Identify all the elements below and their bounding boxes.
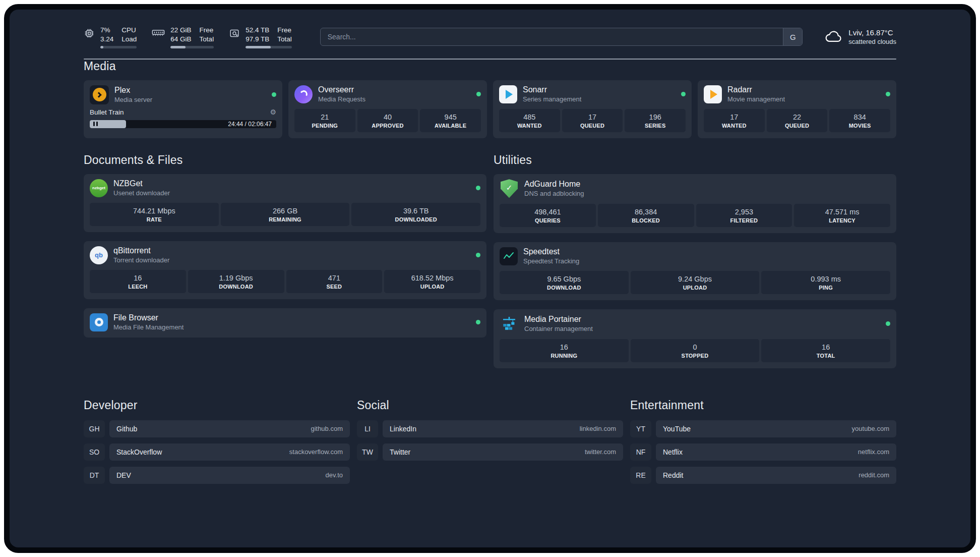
stat-download: 9.65 Gbps DOWNLOAD [500,271,629,294]
radarr-card[interactable]: Radarr Movie management 17 WANTED 22 QUE… [698,80,896,138]
nzbget-icon: nzbget [90,179,108,197]
bookmark-name: YouTube [663,425,691,433]
stat-pending: 21 PENDING [294,109,355,132]
stat-queued: 22 QUEUED [767,109,828,132]
stat-stopped: 0 STOPPED [631,339,760,362]
stat-wanted: 17 WANTED [704,109,765,132]
stat-seed: 471 SEED [286,270,383,293]
search-input[interactable] [321,33,783,41]
cpu-usage-bar [100,46,137,48]
cpu-widget: 7% 3.24 CPU Load [84,26,137,48]
ram-usage-bar [170,46,214,48]
service-name: Plex [114,86,152,95]
service-name: NZBGet [113,179,170,188]
bookmark-abbr: TW [357,443,378,461]
disk-label-top: Free [277,26,292,35]
bookmark-dev[interactable]: DT DEV dev.to [84,467,350,484]
bookmark-name: Twitter [390,448,410,456]
service-name: Radarr [727,85,785,94]
plex-card[interactable]: Plex Media server Bullet Train ⚙ 24:44 /… [84,80,282,138]
cpu-label-bottom: Load [121,35,137,44]
stat-queries: 498,461 QUERIES [500,204,596,227]
stat-leech: 16 LEECH [90,270,186,293]
bookmark-twitter[interactable]: TW Twitter twitter.com [357,443,623,461]
bookmark-github[interactable]: GH Github github.com [84,420,350,437]
status-dot [272,92,276,97]
service-subtitle: Container management [524,325,593,332]
overseerr-icon [294,85,313,103]
stat-latency: 47.571 ms LATENCY [794,204,890,227]
service-name: Overseerr [318,85,365,94]
bookmark-name: LinkedIn [390,425,416,433]
status-dot [886,321,890,326]
filebrowser-card[interactable]: File Browser Media File Management [84,308,486,338]
portainer-icon [500,314,519,333]
disk-icon [229,28,240,39]
section-title-entertainment: Entertainment [630,399,896,412]
stat-upload: 618.52 Mbps UPLOAD [384,270,480,293]
ram-free-value: 22 GiB [170,26,191,35]
weather-condition: scattered clouds [848,38,896,45]
stat-series: 196 SERIES [625,109,686,132]
search-provider-button[interactable]: G [783,28,802,45]
cloud-icon [824,30,843,44]
stat-rate: 744.21 Mbps RATE [90,203,219,226]
cpu-label-top: CPU [121,26,137,35]
section-title-social: Social [357,399,623,412]
filebrowser-icon [90,313,108,331]
bookmark-url: stackoverflow.com [289,448,343,456]
speedtest-card[interactable]: Speedtest Speedtest Tracking 9.65 Gbps D… [494,242,896,300]
bookmark-reddit[interactable]: RE Reddit reddit.com [630,467,896,484]
nzbget-card[interactable]: nzbget NZBGet Usenet downloader 744.21 M… [84,174,486,232]
status-dot [476,92,481,96]
section-title-utilities: Utilities [494,153,896,167]
dashboard-window: 7% 3.24 CPU Load [4,4,976,553]
qbittorrent-card[interactable]: qb qBittorrent Torrent downloader 16 [84,241,486,299]
playback-progress-bar[interactable]: 24:44 / 02:06:47 [90,120,276,128]
service-name: Media Portainer [524,315,593,324]
stat-remaining: 266 GB REMAINING [221,203,350,226]
bookmark-url: netflix.com [858,448,889,456]
service-name: File Browser [113,313,183,322]
cpu-percent: 7% [100,26,113,35]
bookmark-name: Github [116,425,137,433]
disk-widget: 52.4 TB 97.9 TB Free Total [229,26,292,48]
sonarr-card[interactable]: Sonarr Series management 485 WANTED 17 Q… [493,80,692,138]
social-bookmarks: Social LI LinkedIn linkedin.com TW Twitt… [357,399,623,484]
radarr-icon [704,85,722,103]
pause-icon[interactable] [93,122,98,126]
topbar-divider [84,59,896,60]
gear-icon[interactable]: ⚙ [270,108,276,116]
stat-total: 16 TOTAL [761,339,890,362]
bookmark-abbr: YT [630,420,651,437]
disk-free-value: 52.4 TB [246,26,269,35]
service-subtitle: Speedtest Tracking [523,257,579,265]
documents-column: Documents & Files nzbget NZBGet Usenet d… [84,153,486,368]
service-subtitle: Torrent downloader [113,256,169,264]
section-title-documents: Documents & Files [84,153,486,167]
bookmark-abbr: SO [84,443,105,461]
bookmark-name: StackOverflow [116,448,162,456]
entertainment-bookmarks: Entertainment YT YouTube youtube.com NF … [630,399,896,484]
bookmark-url: linkedin.com [580,425,616,432]
disk-total-value: 97.9 TB [246,35,269,44]
cpu-load-value: 3.24 [100,35,113,44]
bookmark-url: dev.to [326,471,343,479]
bookmark-stackoverflow[interactable]: SO StackOverflow stackoverflow.com [84,443,350,461]
bookmark-youtube[interactable]: YT YouTube youtube.com [630,420,896,437]
cpu-icon [84,28,95,39]
overseerr-card[interactable]: Overseerr Media Requests 21 PENDING 40 A… [288,80,487,138]
status-dot [886,92,890,96]
service-name: Sonarr [523,85,581,94]
adguard-card[interactable]: AdGuard Home DNS and adblocking 498,461 … [494,174,896,233]
stat-download: 1.19 Gbps DOWNLOAD [188,270,284,293]
stat-movies: 834 MOVIES [829,109,890,132]
stat-running: 16 RUNNING [500,339,629,362]
bookmark-netflix[interactable]: NF Netflix netflix.com [630,443,896,461]
bookmark-url: twitter.com [585,448,616,456]
portainer-card[interactable]: Media Portainer Container management 16 … [494,309,896,368]
stat-queued: 17 QUEUED [562,109,623,132]
disk-usage-bar [246,46,292,48]
bookmark-linkedin[interactable]: LI LinkedIn linkedin.com [357,420,623,437]
service-subtitle: DNS and adblocking [524,190,584,197]
